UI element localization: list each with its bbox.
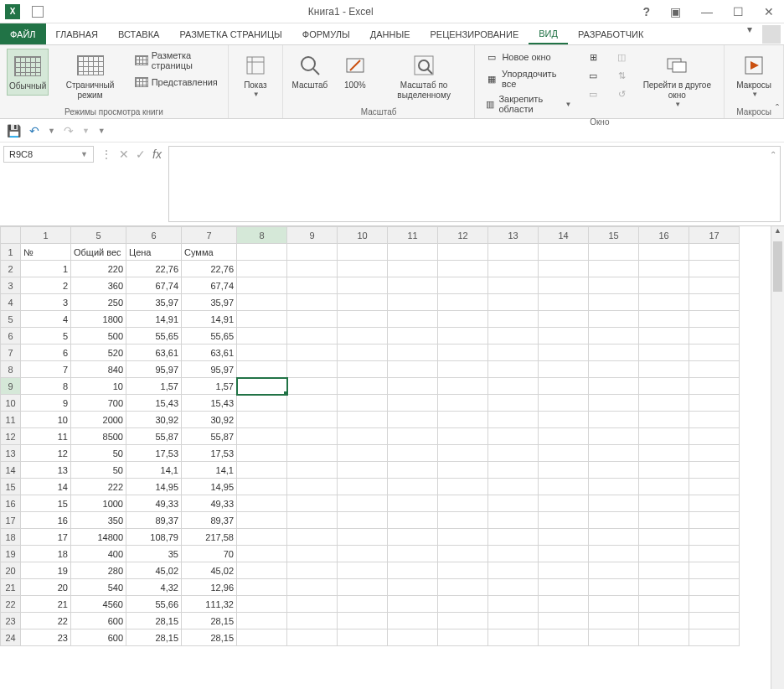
cell[interactable] (388, 479, 438, 495)
cell[interactable] (689, 311, 740, 328)
cell[interactable]: 15,43 (182, 395, 237, 412)
cell[interactable] (287, 261, 338, 277)
cell[interactable] (689, 445, 740, 462)
cell[interactable]: 30,92 (182, 412, 237, 428)
column-header[interactable]: 10 (338, 227, 388, 244)
cell[interactable] (338, 244, 388, 261)
cell[interactable] (287, 462, 338, 479)
expand-formula-bar-icon[interactable]: ⌃ (770, 150, 776, 159)
cell[interactable] (287, 311, 338, 328)
cell[interactable] (639, 294, 689, 311)
cell[interactable] (689, 546, 740, 562)
cell[interactable]: 45,02 (182, 562, 237, 579)
cell[interactable] (287, 361, 338, 378)
cell[interactable] (338, 294, 388, 311)
cell[interactable] (438, 445, 488, 462)
cell[interactable] (438, 311, 488, 328)
tab-insert[interactable]: ВСТАВКА (108, 23, 169, 44)
cell[interactable] (639, 529, 689, 546)
cell[interactable] (639, 261, 689, 277)
cell[interactable]: 55,65 (182, 328, 237, 344)
cell[interactable]: 5 (21, 328, 71, 344)
cell[interactable] (539, 361, 589, 378)
cell[interactable] (388, 562, 438, 579)
column-header[interactable]: 5 (71, 227, 126, 244)
cell[interactable]: 63,61 (126, 344, 182, 361)
cell[interactable]: 700 (71, 395, 126, 412)
cell[interactable]: 14 (21, 479, 71, 495)
cell[interactable] (338, 311, 388, 328)
row-header[interactable]: 6 (1, 328, 21, 344)
undo-button[interactable]: ↶ (29, 124, 39, 137)
cell[interactable] (287, 428, 338, 445)
reset-position-button[interactable]: ↺ (611, 85, 632, 102)
cell[interactable] (388, 613, 438, 629)
cell[interactable] (237, 613, 287, 629)
hide-button[interactable]: ▭ (583, 67, 603, 84)
row-header[interactable]: 12 (1, 428, 21, 445)
cell[interactable]: 1000 (71, 495, 126, 512)
cell[interactable]: 14,91 (182, 311, 237, 328)
cell[interactable] (539, 395, 589, 412)
normal-view-button[interactable]: Обычный (7, 49, 49, 96)
cell[interactable] (338, 562, 388, 579)
cell[interactable]: 67,74 (126, 277, 182, 294)
cell[interactable]: 8 (21, 378, 71, 395)
column-header[interactable]: 14 (539, 227, 589, 244)
cell[interactable] (438, 261, 488, 277)
cell[interactable] (388, 244, 438, 261)
zoom-button[interactable]: Масштаб (290, 49, 330, 94)
cell[interactable]: 22,76 (126, 261, 182, 277)
cell[interactable] (388, 462, 438, 479)
freeze-panes-button[interactable]: ▥Закрепить области▼ (482, 92, 575, 116)
cell[interactable]: 14,1 (182, 462, 237, 479)
cell[interactable] (488, 344, 539, 361)
cell[interactable] (438, 495, 488, 512)
cell[interactable]: 222 (71, 479, 126, 495)
cell[interactable] (488, 512, 539, 529)
tab-formulas[interactable]: ФОРМУЛЫ (292, 23, 360, 44)
cell[interactable] (438, 629, 488, 646)
cell[interactable]: 111,32 (182, 596, 237, 613)
split-button[interactable]: ⊞ (583, 49, 603, 65)
save-button[interactable]: 💾 (7, 124, 21, 137)
redo-dropdown[interactable]: ▼ (82, 127, 90, 135)
cell[interactable] (438, 428, 488, 445)
cell[interactable]: 9 (21, 395, 71, 412)
cell[interactable] (488, 261, 539, 277)
cell[interactable] (639, 445, 689, 462)
cell[interactable] (287, 395, 338, 412)
cell[interactable] (488, 479, 539, 495)
cell[interactable]: 28,15 (182, 629, 237, 646)
cell[interactable]: 10 (71, 378, 126, 395)
redo-button[interactable]: ↷ (64, 124, 74, 137)
cell[interactable]: 15,43 (126, 395, 182, 412)
cell[interactable] (388, 412, 438, 428)
row-header[interactable]: 24 (1, 629, 21, 646)
tab-data[interactable]: ДАННЫЕ (360, 23, 420, 44)
maximize-icon[interactable]: ☐ (728, 3, 749, 20)
cell[interactable] (287, 445, 338, 462)
cancel-formula-icon[interactable]: ✕ (119, 148, 129, 161)
cell[interactable]: 16 (21, 512, 71, 529)
cell[interactable] (388, 261, 438, 277)
cell[interactable] (287, 579, 338, 596)
cell[interactable]: 63,61 (182, 344, 237, 361)
cell[interactable]: 35 (126, 546, 182, 562)
row-header[interactable]: 23 (1, 613, 21, 629)
cell[interactable] (539, 311, 589, 328)
cell[interactable] (589, 277, 639, 294)
row-header[interactable]: 18 (1, 529, 21, 546)
cell[interactable] (689, 294, 740, 311)
cell[interactable] (589, 344, 639, 361)
cell[interactable]: 600 (71, 613, 126, 629)
cell[interactable] (589, 328, 639, 344)
cell[interactable] (388, 311, 438, 328)
cell[interactable]: 540 (71, 579, 126, 596)
column-header[interactable]: 1 (21, 227, 71, 244)
cell[interactable] (338, 512, 388, 529)
cell[interactable]: 14,95 (182, 479, 237, 495)
row-header[interactable]: 8 (1, 361, 21, 378)
cell[interactable] (438, 512, 488, 529)
cell[interactable] (488, 294, 539, 311)
